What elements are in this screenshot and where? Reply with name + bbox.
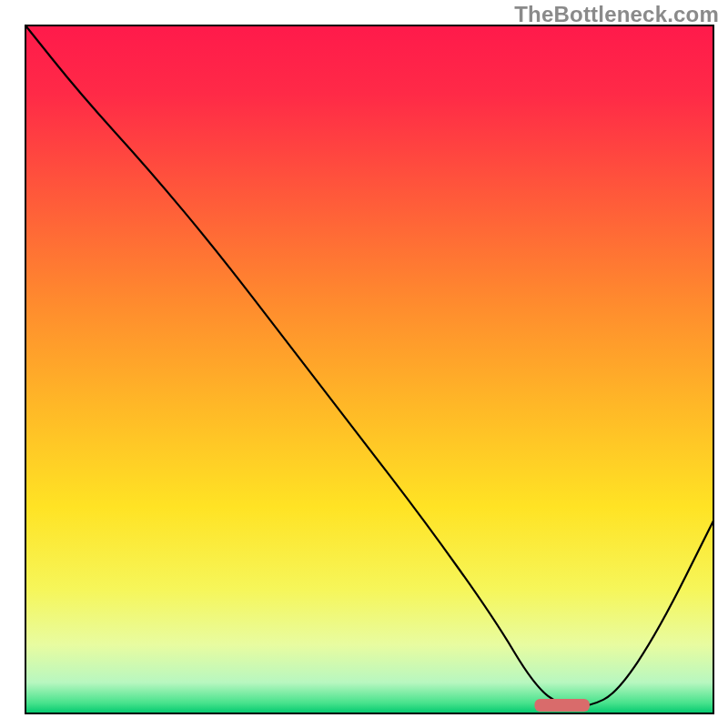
optimal-range-marker — [534, 699, 589, 712]
bottleneck-chart — [0, 0, 728, 728]
chart-frame: TheBottleneck.com — [0, 0, 728, 728]
chart-background — [25, 25, 713, 713]
